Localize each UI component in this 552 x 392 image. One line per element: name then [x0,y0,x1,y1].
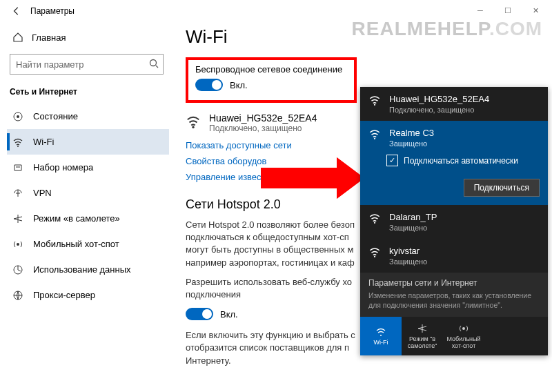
page-title: Wi-Fi [186,26,552,48]
wifi-icon [368,212,381,224]
wifi-icon [375,326,386,337]
vpn-icon [12,188,23,199]
wifi-icon [12,137,23,148]
svg-point-12 [380,335,382,336]
sidebar-item-proxy[interactable]: Прокси-сервер [7,282,169,308]
home-icon [12,32,23,43]
sidebar-item-status[interactable]: Состояние [7,104,169,129]
status-icon [12,111,23,122]
sidebar-item-vpn[interactable]: VPN [7,180,169,206]
back-button[interactable] [6,0,28,22]
search-box[interactable] [10,54,164,75]
search-input[interactable] [10,54,164,75]
tile-wifi[interactable]: Wi-Fi [360,317,402,355]
toggle-state: Вкл. [220,309,238,320]
datausage-icon [12,264,23,275]
network-name: kyivstar [389,246,427,256]
flyout-settings-heading: Параметры сети и Интернет [368,278,540,288]
svg-point-0 [150,60,157,66]
tile-hotspot[interactable]: Мобильный хот-спот [443,317,484,355]
sidebar-item-datausage[interactable]: Использование данных [7,257,169,282]
sidebar-item-airplane[interactable]: Режим «в самолете» [7,206,169,231]
wifi-icon [368,246,381,258]
allow-description: Разрешить использовать веб-службу хо под… [186,276,365,301]
proxy-icon [12,290,23,301]
tile-label: Мобильный хот-спот [443,335,484,349]
auto-connect-label: Подключаться автоматически [404,156,518,166]
flyout-network[interactable]: Huawei_HG532e_52EA4 Подключено, защищено [360,87,548,121]
search-icon [148,58,159,69]
sidebar-item-label: Режим «в самолете» [33,213,120,224]
svg-point-3 [17,146,19,147]
hotspot-description: Сети Hotspot 2.0 позволяют более безоп п… [186,219,365,269]
network-flyout: Huawei_HG532e_52EA4 Подключено, защищено… [360,87,548,355]
network-name: Dalaran_TP [389,212,437,222]
wireless-label: Беспроводное сетевое соединение [195,64,347,75]
hotspot-icon [12,239,23,250]
flyout-settings-section[interactable]: Параметры сети и Интернет Изменение пара… [360,273,548,317]
wifi-icon [368,128,381,140]
network-status: Подключено, защищено [389,106,489,114]
svg-point-11 [374,256,375,257]
sidebar-item-wifi[interactable]: Wi-Fi [7,129,169,155]
tile-label: Wi-Fi [374,339,388,346]
wireless-toggle-group: Беспроводное сетевое соединение Вкл. [186,57,357,103]
connect-button[interactable]: Подключиться [464,179,540,197]
svg-point-4 [17,243,19,246]
sidebar-item-label: Состояние [33,111,78,121]
tile-airplane[interactable]: Режим "в самолете" [402,317,443,355]
wifi-icon [186,114,201,129]
flyout-network[interactable]: kyivstar Защищено [360,239,548,273]
wifi-icon [368,94,381,106]
sidebar-item-label: Прокси-сервер [33,290,95,300]
category-heading: Сеть и Интернет [7,84,169,104]
sidebar-item-label: Набор номера [33,162,93,173]
network-name: Realme C3 [389,128,434,138]
svg-point-7 [192,126,194,128]
toggle-state: Вкл. [230,80,248,90]
network-status: Защищено [389,257,427,266]
flyout-network-selected[interactable]: Realme C3 Защищено [360,121,548,155]
close-button[interactable]: ✕ [522,0,549,21]
svg-point-8 [374,104,375,106]
svg-point-10 [374,222,375,224]
current-network-name: Huawei_HG532e_52EA4 [209,112,317,124]
network-status: Защищено [389,139,434,148]
home-button[interactable]: Главная [7,25,169,50]
current-network-status: Подключено, защищено [209,124,317,133]
sidebar-item-label: VPN [33,188,52,198]
airplane-icon [417,323,428,334]
flyout-network[interactable]: Dalaran_TP Защищено [360,205,548,239]
flyout-settings-text: Изменение параметров, таких как установл… [368,291,540,310]
auto-connect-checkbox[interactable]: ✓ [386,155,398,166]
wireless-toggle[interactable]: Вкл. [195,79,248,91]
sidebar-item-label: Wi-Fi [33,137,54,147]
sidebar-item-hotspot[interactable]: Мобильный хот-спот [7,231,169,257]
svg-point-9 [374,138,375,139]
footer-description: Если включить эту функцию и выбрать с от… [186,329,365,367]
dialup-icon [12,162,23,173]
minimize-button[interactable]: ─ [466,0,494,21]
sidebar-item-label: Мобильный хот-спот [33,239,119,249]
sidebar-item-label: Использование данных [33,264,131,275]
tile-label: Режим "в самолете" [402,335,443,349]
hotspot-icon [458,323,469,334]
network-name: Huawei_HG532e_52EA4 [389,94,489,104]
svg-point-2 [17,115,19,118]
sidebar-item-dialup[interactable]: Набор номера [7,155,169,180]
svg-point-13 [462,327,465,330]
maximize-button[interactable]: ☐ [494,0,522,21]
network-status: Защищено [389,224,437,232]
auto-connect-row[interactable]: ✓ Подключаться автоматически [360,155,548,173]
window-title: Параметры [30,6,75,16]
home-label: Главная [32,32,66,43]
hotspot-toggle[interactable]: Вкл. [186,308,238,320]
airplane-icon [12,213,23,224]
